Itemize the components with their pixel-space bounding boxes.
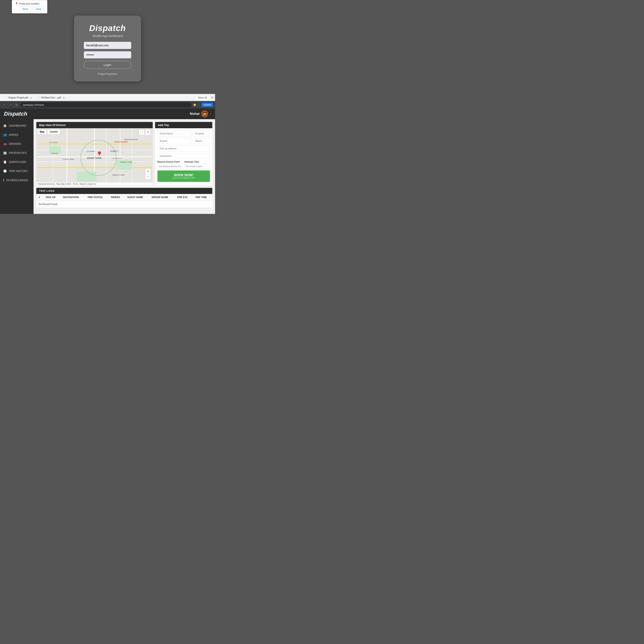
estimate-time-label: Estimate Time [184,161,210,163]
map-controls: ⛶ ↻ [139,129,151,135]
no-record-message: No Record Found [36,201,212,208]
download-filename-1: Enguru Project.pdf [8,96,28,99]
room-input[interactable] [157,138,191,144]
col-trip-eta: TRIP ETA [175,194,193,201]
sidebar-item-areas[interactable]: 👥 AREAS [0,130,34,139]
sidebar-label-dispatcher: DISPATCHER [9,160,26,164]
sidebar-item-dashboard[interactable]: 🏠 DASHBOARD [0,121,34,130]
extensions-button[interactable]: ⭐ [193,103,196,106]
sidebar-item-dispatcher[interactable]: 📋 DISPATCHER [0,157,34,167]
download-filename-2: ReTeam Doc....pdf [41,96,61,99]
guest-name-input[interactable] [157,131,191,137]
destination-input[interactable] [157,153,210,159]
map-panel: Map View Of Drivers [36,122,153,185]
trip-history-icon: 🕐 [3,169,7,173]
email-input[interactable] [84,42,131,49]
location-permission-popup: 📍 Know your location Block Allow [12,0,47,13]
download-item-2[interactable]: 📄 ReTeam Doc....pdf ▲ [34,94,67,101]
download-bar: 📄 Enguru Project.pdf ▲ 📄 ReTeam Doc....p… [0,94,215,101]
svg-text:Naseerabad East: Naseerabad East [124,139,138,140]
block-button[interactable]: Block [20,7,31,11]
nearest-anchor-col: Nearest Anchor Point [157,161,183,169]
report-link[interactable]: Report a map error [80,183,96,185]
main-layout: 🏠 DASHBOARD 👥 AREAS 🚗 DRIVERS 🏢 PROPERTI… [0,119,215,214]
col-trip-status: TRIP STATUS [85,194,109,201]
content-area: Map View Of Drivers [34,119,215,214]
zoom-in-button[interactable]: + [145,168,151,174]
show-all-button[interactable]: Show all [195,95,209,100]
location-popup-title: Know your location [19,2,39,5]
trip-logs-panel: TRIP LOGS # PICK UP DESTINATION TRIP STA… [36,188,212,208]
user-section[interactable]: Nishat 🧔 · [190,110,211,117]
col-guest-name: GUEST NAME [125,194,149,201]
col-trip-time: TRIP TIME [193,194,212,201]
update-button[interactable]: Update [201,103,213,107]
scheduling-icon: ℹ [3,178,4,182]
book-now-button[interactable]: BOOK NOW! HOLD TO SCHEDULE TRIP [157,170,210,182]
top-panels: Map View Of Drivers [36,122,212,185]
sidebar-label-drivers: DRIVERS [9,142,21,145]
map-data-label: Map data ©2023 [56,183,71,185]
password-input[interactable] [84,51,131,58]
map-toolbar: Map Satellite [37,129,60,134]
browser-chrome: ← → ↻ ⭐ ⋮ Update [0,101,215,109]
sidebar-item-properties[interactable]: 🏢 PROPERTIES [0,148,34,157]
forward-button[interactable]: → [8,102,13,107]
sidebar-item-scheduling[interactable]: ℹ SCHEDULING(0) [0,176,34,185]
sidebar-item-drivers[interactable]: 🚗 DRIVERS [0,139,34,148]
anchor-section: Nearest Anchor Point Estimate Time [157,161,210,169]
map-zoom-controls: + − [145,168,151,180]
map-tab-map[interactable]: Map [37,129,47,134]
svg-text:GREEN TOWN: GREEN TOWN [112,174,124,176]
refresh-map-button[interactable]: ↻ [145,129,151,135]
col-pickup: PICK UP [43,194,60,201]
back-button[interactable]: ← [2,102,7,107]
pickup-input[interactable] [157,146,210,152]
keyboard-shortcuts-link[interactable]: Keyboard shortcuts [38,183,55,185]
property-input[interactable] [193,131,212,137]
sidebar: 🏠 DASHBOARD 👥 AREAS 🚗 DRIVERS 🏢 PROPERTI… [0,119,34,214]
terms-link[interactable]: Terms [73,183,78,185]
login-app-title: Dispatch [84,23,131,33]
more-button[interactable]: ⋮ [198,103,200,106]
user-menu-dot[interactable]: · [210,112,211,116]
map-container[interactable]: JOHAR TOWN PHASE 1 NIAZ BAIG Naseerabad … [36,128,153,185]
svg-rect-14 [77,172,96,182]
col-driver-name: DRIVER NAME [149,194,175,201]
estimate-time-input[interactable] [184,164,210,169]
properties-icon: 🏢 [3,151,7,155]
svg-text:JOHAR TOWN: JOHAR TOWN [87,157,101,159]
svg-text:PHASE 1: PHASE 1 [110,150,119,152]
zoom-out-button[interactable]: − [145,174,151,180]
forgot-password-link[interactable]: Forgot Password [98,72,117,75]
svg-text:MODEL TOWN: MODEL TOWN [120,161,132,163]
map-panel-title: Map View Of Drivers [39,124,66,127]
svg-text:CANAL VIEW: CANAL VIEW [63,158,74,160]
user-avatar: 🧔 [201,110,208,117]
no-record-row: No Record Found [36,201,212,208]
svg-text:Gopi Rai: Gopi Rai [51,152,58,154]
nearest-anchor-input[interactable] [157,164,183,169]
sidebar-item-trip-history[interactable]: 🕐 TRIP HISTORY [0,167,34,176]
login-card: Dispatch Shuttle App Dashboard Login For… [74,16,141,81]
room-riders-row [157,138,210,144]
sidebar-label-scheduling: SCHEDULING(0) [6,179,28,182]
trip-logs-header: TRIP LOGS [36,188,212,194]
close-download-bar-button[interactable]: ✕ [211,96,213,99]
drivers-icon: 🚗 [3,142,7,146]
refresh-button[interactable]: ↻ [15,102,19,108]
trip-logs-table: # PICK UP DESTINATION TRIP STATUS RIDERS… [36,194,212,208]
svg-text:Amanah Mall: Amanah Mall [112,157,122,159]
fullscreen-button[interactable]: ⛶ [139,129,144,135]
add-trip-header: Add Trip [155,122,212,128]
app-header: Dispatch Nishat 🧔 · [0,109,215,119]
download-item-1[interactable]: 📄 Enguru Project.pdf ▲ [2,94,34,101]
riders-input[interactable] [193,138,212,144]
allow-button[interactable]: Allow [33,7,44,11]
app-logo: Dispatch [4,111,27,117]
login-button[interactable]: Login [84,61,131,69]
book-btn-sublabel: HOLD TO SCHEDULE TRIP [160,177,207,179]
location-pin-icon: 📍 [15,2,18,5]
url-bar[interactable] [20,102,191,107]
map-tab-satellite[interactable]: Satellite [47,129,60,134]
